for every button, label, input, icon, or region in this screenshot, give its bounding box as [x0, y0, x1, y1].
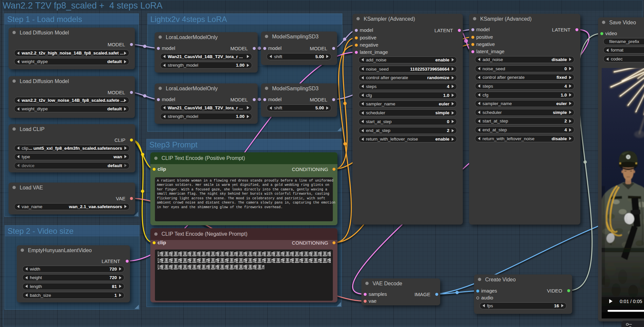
svg-text:0:01 / 0:05: 0:01 / 0:05 — [620, 299, 642, 304]
